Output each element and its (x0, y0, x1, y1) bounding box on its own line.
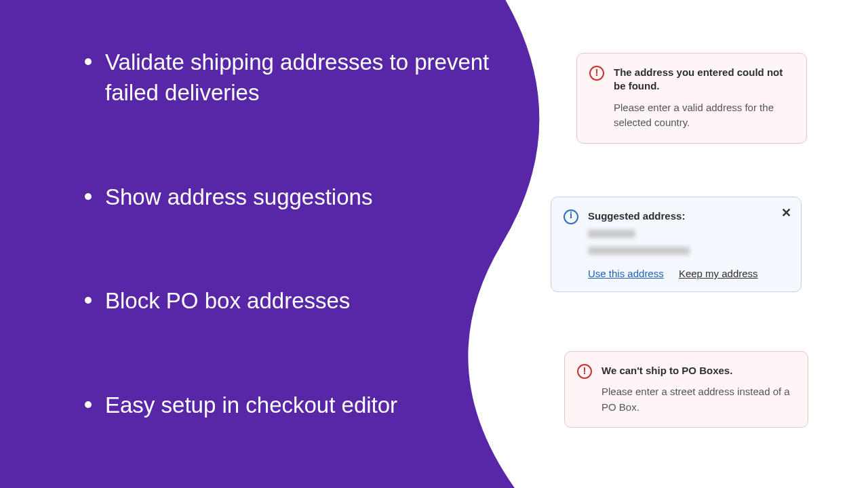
alert-po-box: We can't ship to PO Boxes. Please enter … (564, 351, 808, 428)
alert-suggested-address: ✕ Suggested address: Use this address Ke… (551, 197, 802, 292)
alert-body: Please enter a valid address for the sel… (614, 100, 794, 131)
alert-address-not-found: The address you entered could not be fou… (576, 53, 807, 144)
blurred-address-line-2 (588, 245, 789, 257)
error-icon (589, 66, 604, 81)
bullet-validate: Validate shipping addresses to prevent f… (85, 47, 505, 108)
error-icon (577, 364, 592, 379)
bullet-pobox: Block PO box addresses (85, 286, 505, 317)
close-icon[interactable]: ✕ (781, 207, 791, 219)
alert-title: The address you entered could not be fou… (614, 66, 794, 94)
alert-title: We can't ship to PO Boxes. (601, 364, 795, 378)
feature-bullets: Validate shipping addresses to prevent f… (85, 47, 505, 421)
bullet-suggestions: Show address suggestions (85, 182, 505, 213)
bullet-setup: Easy setup in checkout editor (85, 390, 505, 421)
blurred-address-line-1 (588, 230, 789, 245)
alert-title: Suggested address: (588, 209, 789, 223)
use-this-address-link[interactable]: Use this address (588, 268, 664, 279)
info-icon (564, 209, 578, 224)
alert-body: Please enter a street address instead of… (601, 384, 795, 415)
keep-my-address-link[interactable]: Keep my address (679, 268, 758, 279)
